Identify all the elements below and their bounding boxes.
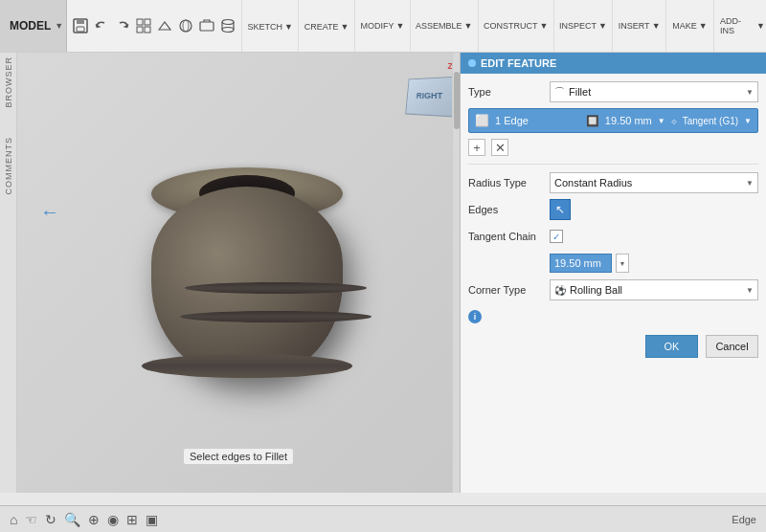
grid-icon[interactable] [134,16,153,35]
view-cube[interactable]: Z RIGHT [393,57,455,120]
box-icon[interactable] [155,16,174,35]
info-row: i [468,310,758,323]
inspect-menu[interactable]: INSPECT▼ [554,0,614,52]
panel-title: EDIT FEATURE [481,57,556,69]
remove-edge-button[interactable]: ✕ [491,139,508,156]
add-remove-row: + ✕ [468,139,758,156]
svg-point-7 [180,20,192,32]
svg-rect-9 [200,22,214,31]
add-edge-button[interactable]: + [468,139,485,156]
insert-label: INSERT [619,21,650,31]
radius-type-value: Constant Radius ▼ [550,172,758,193]
inspect-label: INSPECT [559,21,597,31]
edge-icon2: 🔲 [586,115,599,127]
model-button[interactable]: MODEL ▼ [0,0,67,52]
tangent-chain-label: Tangent Chain [468,231,550,242]
left-panel: BROWSER COMMENTS [0,53,17,493]
fillet-icon: ⌒ [554,85,565,100]
value-field: 19.50 mm ▼ [550,254,758,273]
edge-tangent-value: Tangent (G1) [683,116,738,126]
cylinder-icon[interactable] [218,16,237,35]
radius-type-dropdown[interactable]: Constant Radius ▼ [550,172,758,193]
radius-type-row: Radius Type Constant Radius ▼ [468,172,758,193]
svg-rect-1 [77,19,84,24]
cancel-button[interactable]: Cancel [706,335,758,358]
value-input-highlighted[interactable]: 19.50 mm [550,254,612,273]
assemble-menu[interactable]: ASSEMBLE▼ [411,0,479,52]
edges-label: Edges [468,204,550,215]
tangent-chain-value [550,230,758,243]
corner-icon: ⚽ [554,285,566,296]
svg-rect-4 [145,19,150,25]
sketch-menu[interactable]: SKETCH▼ [242,0,299,52]
home-icon[interactable]: ⌂ [10,512,17,527]
construct-menu[interactable]: CONSTRUCT▼ [479,0,554,52]
grid-status-icon[interactable]: ⊞ [126,512,138,527]
edge-mm-value: 19.50 mm [605,115,652,126]
info-icon: i [468,310,482,323]
hand-icon[interactable]: ☜ [25,512,37,527]
ok-button[interactable]: OK [645,335,698,358]
modify-label: MODIFY [360,21,394,31]
panel-body: Type ⌒ Fillet ▼ ⬜ 1 Edge 🔲 19.50 mm ▼ ⟐ … [461,74,766,366]
tangent-icon: ⟐ [671,116,677,126]
sketch-arrow: ▼ [284,22,293,32]
edge-icon: ⬜ [475,114,489,127]
zoom-icon[interactable]: 🔍 [64,512,80,527]
create-menu[interactable]: CREATE▼ [299,0,355,52]
corner-type-value: ⚽ Rolling Ball ▼ [550,279,758,300]
chain-text: Chain [508,231,536,242]
edges-row: Edges ↖ [468,199,758,220]
save-icon[interactable] [71,16,90,35]
display-icon[interactable]: ▣ [146,512,158,527]
create-label: CREATE [304,22,339,32]
modify-menu[interactable]: MODIFY▼ [355,0,411,52]
redo-icon[interactable] [113,16,132,35]
barrel-groove-2 [180,311,372,322]
assemble-label: ASSEMBLE [416,21,462,31]
3d-object-container [65,110,429,435]
corner-type-dropdown[interactable]: ⚽ Rolling Ball ▼ [550,279,758,300]
make-label: MAKE [672,21,697,31]
tangent-chain-checkbox[interactable] [550,230,563,243]
browser-label: BROWSER [4,56,13,108]
type-field-label: Type [468,86,550,98]
value-dropdown-arrow[interactable]: ▼ [616,254,629,273]
corner-type-row: Corner Type ⚽ Rolling Ball ▼ [468,279,758,300]
addins-menu[interactable]: ADD-INS▼ [714,0,766,52]
select-edges-label: Select edges to Fillet [184,449,293,464]
fillet-object [123,148,372,397]
sketch-label: SKETCH [247,22,282,32]
viewport[interactable]: ← Z RIGHT Select edges to Fillet [17,53,460,493]
tangent-chain-row: Tangent Chain [468,226,758,247]
pan-icon[interactable]: ⊕ [88,512,100,527]
edges-cursor-button[interactable]: ↖ [550,199,571,220]
corner-type-value-text: Rolling Ball [570,284,622,296]
edge-row[interactable]: ⬜ 1 Edge 🔲 19.50 mm ▼ ⟐ Tangent (G1) ▼ [468,108,758,133]
construct-label: CONSTRUCT [484,21,538,31]
cube-right-face[interactable]: RIGHT [405,77,455,118]
rotate-icon[interactable]: ↻ [45,512,56,527]
type-row: Type ⌒ Fillet ▼ [468,81,758,102]
svg-rect-6 [145,27,150,33]
edge-mm-arrow: ▼ [658,117,665,125]
type-value: Fillet [569,86,591,98]
view-icon[interactable]: ◉ [107,512,119,527]
type-dropdown[interactable]: ⌒ Fillet ▼ [550,81,758,102]
scrollbar[interactable] [452,53,460,493]
edges-value: ↖ [550,199,758,220]
create-arrow: ▼ [341,22,349,32]
svg-point-8 [183,20,189,32]
radius-type-label: Radius Type [468,177,550,188]
barrel-bottom-ring [142,354,352,378]
panel-divider [468,164,758,165]
sphere-icon[interactable] [176,16,195,35]
tangent-text: Tangent [468,231,508,242]
top-toolbar: MODEL ▼ [0,0,766,53]
undo-icon[interactable] [92,16,111,35]
component-icon[interactable] [197,16,216,35]
insert-menu[interactable]: INSERT▼ [613,0,666,52]
make-menu[interactable]: MAKE▼ [666,0,714,52]
status-right-label: Edge [732,514,756,525]
svg-rect-2 [77,27,84,32]
